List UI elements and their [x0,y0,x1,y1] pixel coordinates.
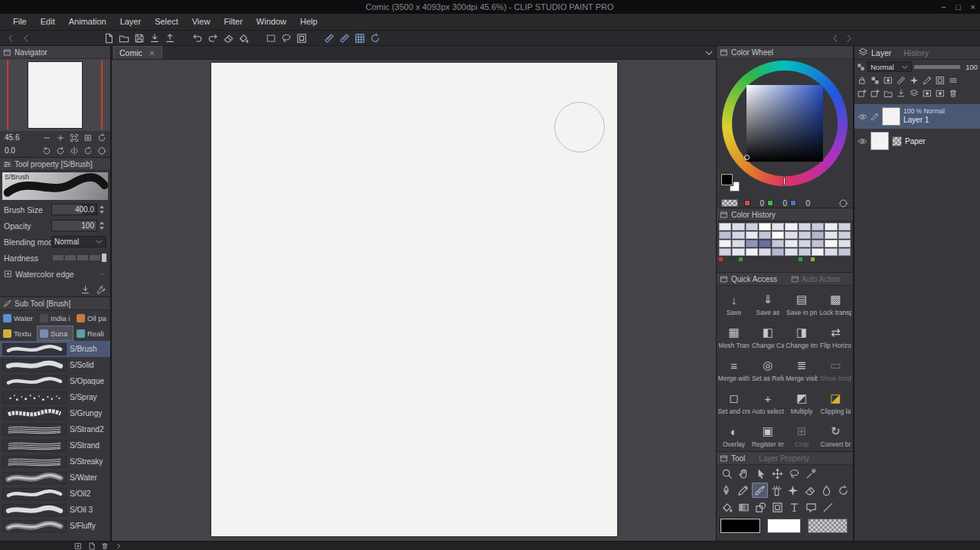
quick-access-crop[interactable]: ⊞Crop [786,419,818,452]
balloon-tool-button[interactable] [802,499,819,515]
layer-item-paper[interactable]: Paper [854,129,980,153]
color-history-swatch[interactable] [772,231,784,239]
opacity-slider[interactable]: 100 [51,220,97,231]
color-history-swatch[interactable] [825,223,837,231]
reset-zoom-button[interactable] [95,132,108,144]
fill-button[interactable] [237,31,250,45]
color-history-swatch[interactable] [719,223,731,231]
quick-access-overlay[interactable]: ◐Overlay [717,419,750,452]
quick-access-change-canvas[interactable]: ◧Change Ca [751,320,784,353]
menu-view[interactable]: View [185,14,217,30]
menu-file[interactable]: File [6,14,34,30]
subtool-item[interactable]: S/Fluffy [0,518,110,534]
new-raster-layer-icon[interactable] [858,89,867,98]
quick-access-lock-transparent[interactable]: ▩Lock transp [819,287,852,320]
close-icon[interactable] [148,49,156,57]
canvas-surface[interactable] [112,60,716,541]
brush-tool-button[interactable] [752,483,769,498]
saturation-value-square[interactable] [746,85,823,162]
color-history-swatch[interactable] [719,248,731,256]
color-history-swatch[interactable] [825,248,837,256]
document-tab[interactable]: Comic [113,46,162,59]
text-tool-button[interactable] [786,499,802,515]
subtool-tab-suna[interactable]: Suna [37,326,74,341]
expand-icon[interactable] [4,270,12,278]
tab-layer[interactable]: Layer [858,47,891,57]
subtool-item[interactable]: S/Oil2 [0,486,110,502]
clear-button[interactable] [221,31,235,45]
color-history-swatch[interactable] [746,223,758,231]
chevron-down-icon[interactable] [98,270,106,278]
delete-subtool-button[interactable] [100,542,109,550]
quick-access-multiply[interactable]: ◩Multiply [786,386,818,419]
ruler-layer-icon[interactable] [897,76,906,85]
rotate-view-button[interactable] [368,31,382,45]
create-layer-mask-icon[interactable] [923,89,932,98]
register-settings-icon[interactable] [80,285,90,295]
color-marker[interactable] [811,257,815,261]
quick-access-set-and-create[interactable]: ◻Set and cre [717,386,750,419]
panel-collapse-right-button[interactable] [842,31,856,45]
operation-tool-button[interactable] [752,466,769,481]
color-history-swatch[interactable] [785,223,797,231]
color-history-swatch[interactable] [759,223,771,231]
subtool-tab-realistic[interactable]: Reali [74,326,110,341]
redo-button[interactable] [206,31,220,45]
actual-size-button[interactable] [81,132,94,144]
subtool-tab-water[interactable]: Water [0,310,37,326]
tab-layer-property[interactable]: Layer Property [759,454,809,463]
undo-button[interactable] [191,31,204,45]
color-history-swatch[interactable] [732,231,744,239]
subtool-item[interactable]: S/Strand [0,437,110,453]
duplicate-subtool-button[interactable] [87,542,96,550]
color-history-swatch[interactable] [812,223,824,231]
menu-animation[interactable]: Animation [62,14,113,30]
color-history-swatch[interactable] [719,231,731,239]
color-marker[interactable] [739,257,743,261]
quick-access-set-as-reference[interactable]: ◎Set as Refe [751,353,784,386]
zoom-tool-button[interactable] [718,466,735,481]
new-vector-layer-icon[interactable] [871,89,880,98]
palette-color-icon[interactable] [857,63,865,71]
color-history-swatch[interactable] [746,248,758,256]
layer-menu-icon[interactable] [949,76,958,85]
subtool-item[interactable]: S/Streaky [0,453,110,470]
eye-icon[interactable] [858,136,867,146]
quick-access-save[interactable]: ↓Save [717,287,750,320]
draft-layer-icon[interactable] [923,76,932,85]
quick-access-change-image[interactable]: ◨Change Im [786,320,818,353]
tab-history[interactable]: History [903,48,929,57]
transfer-to-lower-layer-icon[interactable] [897,89,906,98]
reference-layer-icon[interactable] [910,76,919,85]
color-history-swatch[interactable] [812,240,824,247]
hardness-slider-handle[interactable] [102,254,106,262]
two-pane-view-icon[interactable] [936,76,945,85]
close-button[interactable]: × [965,0,980,14]
import-button[interactable] [148,31,162,45]
quick-access-merge-visible[interactable]: ≣Merge visib [786,353,818,386]
zoom-in-button[interactable] [54,132,67,144]
color-history-swatch[interactable] [799,223,811,231]
color-history-swatch[interactable] [838,231,851,239]
blend-mode-dropdown[interactable]: Normal [867,61,912,72]
subtool-item[interactable]: S/Strand2 [0,421,110,437]
menu-select[interactable]: Select [148,14,185,30]
invert-selection-button[interactable] [295,31,309,45]
gradient-tool-button[interactable] [735,499,752,515]
eyedropper-tool-button[interactable] [802,466,819,481]
subtool-item[interactable]: S/Brush [0,341,110,357]
color-history-swatch[interactable] [799,240,811,247]
subtool-detail-icon[interactable] [96,285,106,295]
panel-collapse-left-button[interactable] [828,31,842,45]
hardness-slider[interactable] [53,254,106,262]
apply-mask-icon[interactable] [936,89,945,98]
color-history-swatch[interactable] [838,223,851,231]
rotate-left-button[interactable] [40,145,53,157]
tab-auto-action[interactable]: Auto Action [791,275,841,283]
zoom-out-button[interactable] [40,132,53,144]
quick-access-clipping-layer[interactable]: ◪Clipping la [819,386,852,419]
opacity-stepper[interactable] [100,220,106,231]
quick-access-auto-select[interactable]: +Auto select [751,386,784,419]
eye-icon[interactable] [858,112,867,122]
delete-layer-icon[interactable] [949,89,958,98]
